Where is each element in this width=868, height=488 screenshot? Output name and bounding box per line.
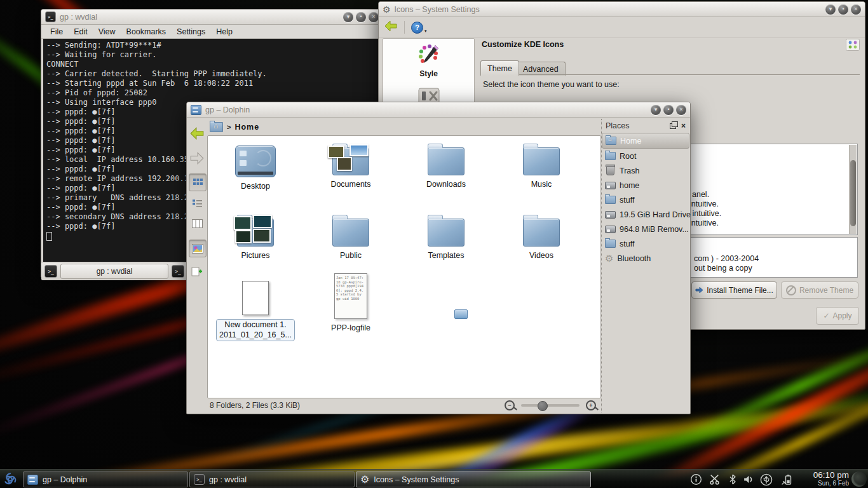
places-item-removable[interactable]: 964.8 MiB Remov... bbox=[602, 222, 689, 236]
status-text: 8 Folders, 2 Files (3.3 KiB) bbox=[210, 401, 300, 410]
system-settings-titlebar[interactable]: ⚙ Icons – System Settings ▾ • × bbox=[379, 2, 865, 17]
task-dolphin[interactable]: gp – Dolphin bbox=[23, 471, 188, 487]
file-item-pictures[interactable]: Pictures bbox=[208, 212, 303, 260]
scrollbar-thumb[interactable] bbox=[850, 160, 856, 226]
dolphin-titlebar[interactable]: gp – Dolphin ▾ • × bbox=[187, 102, 690, 118]
folder-icon bbox=[428, 219, 465, 247]
places-item-bluetooth[interactable]: ⚙ Bluetooth bbox=[602, 251, 689, 266]
theme-list-text-fragment: e intuitive. bbox=[686, 209, 721, 218]
volume-icon[interactable] bbox=[742, 473, 754, 488]
close-button[interactable]: × bbox=[851, 4, 861, 15]
places-item-trash[interactable]: Trash bbox=[602, 163, 689, 178]
terminal-cursor bbox=[46, 232, 52, 241]
konsole-menubar: File Edit View Bookmarks Settings Help bbox=[41, 25, 383, 39]
menu-view[interactable]: View bbox=[98, 27, 116, 36]
file-item-downloads[interactable]: Downloads bbox=[398, 141, 494, 189]
tab-list-button[interactable]: >_ bbox=[172, 265, 184, 278]
places-item-stuff[interactable]: stuff bbox=[602, 193, 689, 207]
breadcrumb-home[interactable]: Home bbox=[234, 123, 259, 132]
breadcrumb: ⌂ > Home bbox=[207, 119, 259, 135]
install-theme-button[interactable]: Install Theme File... bbox=[691, 281, 777, 299]
pictures-folder-icon bbox=[237, 219, 274, 247]
folder-icon bbox=[605, 240, 616, 248]
menu-settings[interactable]: Settings bbox=[177, 27, 205, 36]
taskbar-panel: gp – Dolphin >_ gp : wvdial ⚙ Icons – Sy… bbox=[0, 469, 868, 488]
system-settings-toolbar: ? ▾ bbox=[379, 17, 865, 38]
tab-advanced[interactable]: Advanced bbox=[516, 62, 566, 76]
tab-theme[interactable]: Theme bbox=[480, 60, 519, 76]
checkmark-icon: ✓ bbox=[823, 311, 829, 320]
klipper-scissors-icon[interactable] bbox=[709, 473, 721, 488]
file-item-documents[interactable]: Documents bbox=[303, 141, 398, 189]
file-item-templates[interactable]: Templates bbox=[398, 212, 494, 260]
panel-cashew-icon[interactable] bbox=[851, 471, 867, 487]
places-item-home-partition[interactable]: home bbox=[602, 178, 689, 193]
maximize-button[interactable]: • bbox=[663, 105, 674, 115]
menu-file[interactable]: File bbox=[50, 27, 63, 36]
konsole-titlebar[interactable]: >_ gp : wvdial ▾ • × bbox=[41, 10, 383, 25]
new-tab-button[interactable]: >_ bbox=[44, 265, 57, 278]
toolbar-separator bbox=[404, 21, 405, 34]
minimize-button[interactable]: ▾ bbox=[651, 105, 661, 115]
usb-device-icon[interactable] bbox=[760, 473, 773, 488]
notifications-icon[interactable] bbox=[690, 473, 702, 488]
places-item-stuff2[interactable]: stuff bbox=[602, 236, 689, 251]
zoom-out-icon[interactable]: − bbox=[505, 400, 515, 410]
places-item-root[interactable]: Root bbox=[602, 149, 689, 163]
menu-edit[interactable]: Edit bbox=[74, 27, 88, 36]
task-system-settings[interactable]: ⚙ Icons – System Settings bbox=[356, 471, 591, 487]
desktop: >_ gp : wvdial ▾ • × File Edit View Book… bbox=[0, 0, 868, 488]
help-button[interactable]: ? ▾ bbox=[411, 22, 427, 34]
bluetooth-icon[interactable] bbox=[727, 473, 738, 488]
sidebar-item-style[interactable]: Style bbox=[383, 39, 474, 78]
menu-bookmarks[interactable]: Bookmarks bbox=[126, 27, 166, 36]
file-item-ppp-logfile[interactable]: Jan 17 09:47:18 gp-Aspire-5738 pppd[1946… bbox=[303, 272, 398, 332]
close-panel-icon[interactable]: × bbox=[681, 122, 686, 130]
preview-button[interactable] bbox=[189, 240, 207, 257]
file-item-public[interactable]: Public bbox=[303, 212, 398, 260]
file-item-music[interactable]: Music bbox=[494, 141, 589, 189]
home-folder-icon[interactable]: ⌂ bbox=[210, 122, 223, 132]
places-header: Places × bbox=[602, 119, 689, 133]
launcher-button[interactable] bbox=[2, 471, 18, 488]
file-item-new-document[interactable]: New document 1. 2011_01_20_16_5... bbox=[208, 276, 303, 341]
forward-button[interactable] bbox=[189, 150, 205, 166]
close-button[interactable]: × bbox=[676, 105, 686, 115]
back-button[interactable] bbox=[384, 20, 398, 35]
task-wvdial[interactable]: >_ gp : wvdial bbox=[189, 471, 355, 487]
zoom-slider[interactable] bbox=[521, 404, 580, 407]
hard-drive-icon bbox=[605, 211, 616, 219]
folder-icon bbox=[523, 147, 560, 175]
close-button[interactable]: × bbox=[369, 12, 379, 22]
battery-icon[interactable] bbox=[780, 473, 793, 488]
places-item-hard-drive[interactable]: 19.5 GiB Hard Drive bbox=[602, 207, 689, 222]
folder-icon bbox=[428, 147, 465, 175]
dolphin-file-view[interactable]: Desktop Documents Downloads Music bbox=[207, 135, 601, 398]
documents-folder-icon bbox=[332, 147, 369, 175]
minimize-button[interactable]: ▾ bbox=[825, 4, 836, 15]
icon-view-button[interactable] bbox=[189, 173, 207, 191]
terminal-icon: >_ bbox=[194, 474, 205, 485]
file-item-videos[interactable]: Videos bbox=[494, 212, 589, 260]
minimize-button[interactable]: ▾ bbox=[343, 12, 353, 22]
dolphin-toolbar bbox=[187, 119, 207, 412]
menu-help[interactable]: Help bbox=[216, 27, 233, 36]
terminal-tab[interactable]: gp : wvdial bbox=[60, 264, 168, 279]
zoom-in-icon[interactable]: + bbox=[586, 400, 596, 410]
details-view-button[interactable] bbox=[189, 195, 205, 212]
selected-file-label: New document 1. 2011_01_20_16_5... bbox=[216, 319, 295, 341]
float-panel-icon[interactable] bbox=[670, 123, 676, 129]
help-icon: ? bbox=[411, 22, 423, 34]
split-view-button[interactable] bbox=[189, 264, 205, 280]
scrollbar[interactable] bbox=[849, 145, 857, 234]
maximize-button[interactable]: • bbox=[838, 4, 848, 15]
blank-document-icon bbox=[242, 281, 269, 315]
file-item-desktop[interactable]: Desktop bbox=[208, 141, 303, 191]
text-file-preview-icon: Jan 17 09:47:18 gp-Aspire-5738 pppd[1946… bbox=[334, 273, 367, 319]
back-button[interactable] bbox=[189, 125, 205, 142]
maximize-button[interactable]: • bbox=[356, 12, 366, 22]
places-item-home[interactable]: ⌂ Home bbox=[602, 133, 689, 149]
zoom-slider-thumb[interactable] bbox=[538, 401, 548, 411]
columns-view-button[interactable] bbox=[189, 215, 205, 232]
clock[interactable]: 06:10 pm Sun, 6 Feb bbox=[808, 470, 849, 487]
